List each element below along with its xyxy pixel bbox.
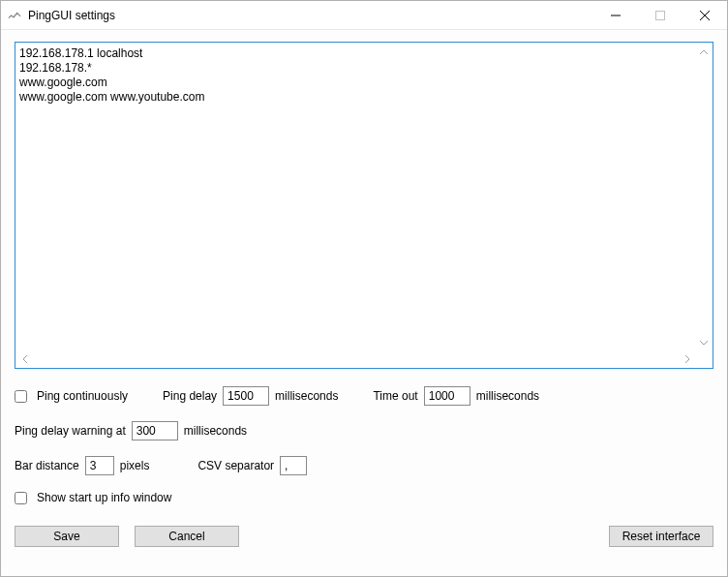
scroll-down-icon[interactable] — [696, 335, 712, 350]
ping-delay-unit: milliseconds — [275, 389, 338, 403]
hosts-textarea[interactable]: 192.168.178.1 localhost 192.168.178.* ww… — [15, 42, 713, 369]
bar-distance-unit: pixels — [120, 459, 150, 472]
ping-delay-input[interactable] — [223, 386, 269, 406]
close-button[interactable] — [682, 1, 727, 29]
warning-label: Ping delay warning at — [15, 424, 126, 438]
minimize-button[interactable] — [593, 1, 638, 29]
maximize-button — [638, 1, 682, 29]
reset-interface-button[interactable]: Reset interface — [609, 526, 713, 547]
warning-unit: milliseconds — [184, 424, 247, 438]
csv-separator-input[interactable] — [280, 456, 307, 475]
timeout-input[interactable] — [424, 386, 470, 406]
bar-distance-label: Bar distance — [15, 459, 79, 472]
bar-distance-input[interactable] — [85, 456, 114, 475]
csv-separator-label: CSV separator — [197, 459, 274, 472]
save-button[interactable]: Save — [15, 526, 119, 547]
scroll-up-icon[interactable] — [696, 45, 712, 60]
timeout-label: Time out — [373, 389, 417, 403]
warning-input[interactable] — [132, 421, 178, 440]
show-startup-checkbox[interactable] — [15, 492, 27, 504]
timeout-unit: milliseconds — [476, 389, 539, 403]
hosts-content[interactable]: 192.168.178.1 localhost 192.168.178.* ww… — [19, 46, 695, 350]
ping-delay-label: Ping delay — [163, 389, 217, 403]
ping-continuously-label: Ping continuously — [37, 389, 128, 403]
scroll-right-icon[interactable] — [680, 351, 695, 367]
window-title: PingGUI settings — [28, 9, 115, 22]
app-icon — [7, 8, 22, 23]
svg-rect-1 — [656, 11, 665, 19]
show-startup-label: Show start up info window — [37, 491, 171, 504]
scroll-left-icon[interactable] — [17, 351, 33, 367]
ping-continuously-checkbox[interactable] — [15, 390, 27, 403]
titlebar: PingGUI settings — [1, 1, 727, 30]
cancel-button[interactable]: Cancel — [135, 526, 239, 547]
